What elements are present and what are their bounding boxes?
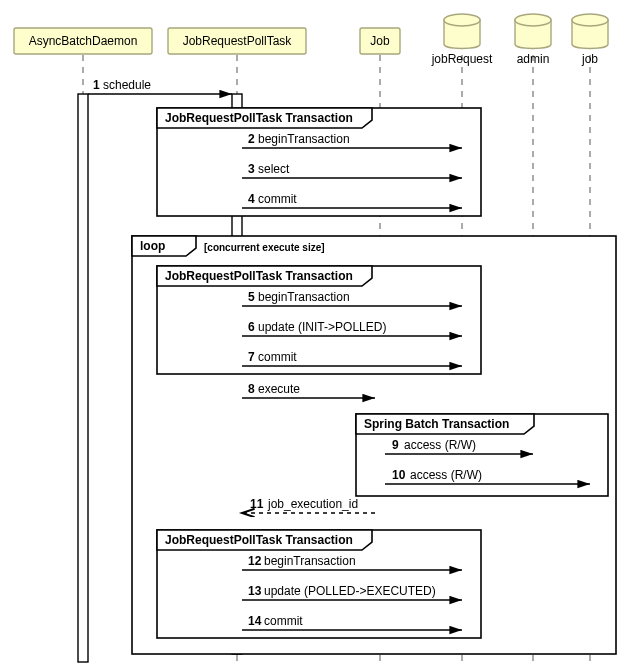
activation-asyncbatchdaemon <box>78 94 88 662</box>
msg-update1-num: 6 <box>248 320 255 334</box>
msg-begin3-label: beginTransaction <box>264 554 356 568</box>
msg-update2-label: update (POLLED->EXECUTED) <box>264 584 436 598</box>
msg-return-num: 11 <box>250 497 264 511</box>
db-jobrequest: jobRequest <box>431 14 493 66</box>
msg-commit3-num: 14 <box>248 614 262 628</box>
msg-access2-label: access (R/W) <box>410 468 482 482</box>
participant-asyncbatchdaemon-label: AsyncBatchDaemon <box>29 34 138 48</box>
msg-begin2-num: 5 <box>248 290 255 304</box>
msg-commit1-num: 4 <box>248 192 255 206</box>
msg-update1-label: update (INIT->POLLED) <box>258 320 386 334</box>
msg-schedule-label: schedule <box>103 78 151 92</box>
msg-return-label: job_execution_id <box>267 497 358 511</box>
msg-commit3-label: commit <box>264 614 303 628</box>
msg-update2-num: 13 <box>248 584 262 598</box>
db-admin-label: admin <box>517 52 550 66</box>
msg-commit2-label: commit <box>258 350 297 364</box>
participant-jobrequestpolltask-label: JobRequestPollTask <box>183 34 293 48</box>
participant-job-label: Job <box>370 34 390 48</box>
frame-loop-guard: [concurrent execute size] <box>204 242 325 253</box>
msg-begin1-label: beginTransaction <box>258 132 350 146</box>
frame-trans1-title: JobRequestPollTask Transaction <box>165 111 353 125</box>
svg-point-1 <box>515 14 551 26</box>
msg-schedule-num: 1 <box>93 78 100 92</box>
sequence-diagram: AsyncBatchDaemon JobRequestPollTask Job … <box>0 0 641 669</box>
msg-begin3-num: 12 <box>248 554 262 568</box>
msg-execute-label: execute <box>258 382 300 396</box>
svg-point-0 <box>444 14 480 26</box>
frame-loop-title: loop <box>140 239 165 253</box>
frame-springbatch-title: Spring Batch Transaction <box>364 417 509 431</box>
msg-begin1-num: 2 <box>248 132 255 146</box>
msg-commit1-label: commit <box>258 192 297 206</box>
frame-trans2-title: JobRequestPollTask Transaction <box>165 269 353 283</box>
msg-select-label: select <box>258 162 290 176</box>
db-jobrequest-label: jobRequest <box>431 52 493 66</box>
db-job-label: job <box>581 52 598 66</box>
msg-begin2-label: beginTransaction <box>258 290 350 304</box>
frame-trans3-title: JobRequestPollTask Transaction <box>165 533 353 547</box>
msg-access1-num: 9 <box>392 438 399 452</box>
db-job: job <box>572 14 608 66</box>
msg-select-num: 3 <box>248 162 255 176</box>
db-admin: admin <box>515 14 551 66</box>
msg-access1-label: access (R/W) <box>404 438 476 452</box>
msg-execute-num: 8 <box>248 382 255 396</box>
msg-access2-num: 10 <box>392 468 406 482</box>
msg-commit2-num: 7 <box>248 350 255 364</box>
svg-point-2 <box>572 14 608 26</box>
